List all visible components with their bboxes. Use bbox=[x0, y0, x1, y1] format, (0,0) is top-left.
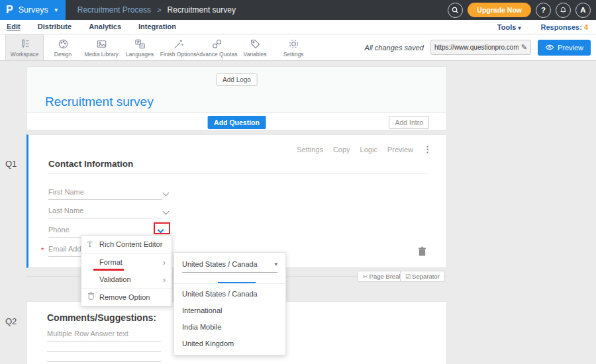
gear-icon bbox=[287, 38, 300, 50]
toolbar-item-variables[interactable]: Variables bbox=[236, 34, 274, 60]
toolbar-item-label: Workspace bbox=[11, 51, 38, 58]
menu-item-remove-option[interactable]: Remove Option bbox=[81, 289, 172, 306]
toolbar-item-media-library[interactable]: Media Library bbox=[82, 34, 121, 60]
nav-right: Tools ▾ Responses: 4 bbox=[497, 23, 589, 31]
add-question-button[interactable]: Add Question bbox=[207, 116, 266, 129]
toolbar-item-label: Media Library bbox=[84, 51, 119, 58]
survey-url-field[interactable]: https://www.questionpro.com/t/APNrFZ ✎ bbox=[430, 40, 531, 55]
question-preview-link[interactable]: Preview bbox=[387, 146, 413, 154]
format-option-united-kingdom[interactable]: United Kingdom bbox=[174, 336, 285, 352]
preview-button[interactable]: Preview bbox=[538, 40, 591, 56]
breadcrumb-current: Recruitment survey bbox=[168, 5, 236, 15]
required-asterisk: * bbox=[41, 246, 44, 254]
toolbar-item-settings[interactable]: Settings bbox=[274, 34, 313, 60]
nav-tabs: Edit Distribute Analytics Integration bbox=[7, 23, 176, 31]
tab-analytics[interactable]: Analytics bbox=[89, 23, 121, 31]
answer-row-line[interactable] bbox=[47, 361, 161, 362]
trash-icon bbox=[418, 246, 426, 256]
toolbar-item-advance-quotas[interactable]: Advance Quotas bbox=[197, 34, 236, 60]
submenu-arrow-icon: › bbox=[163, 275, 166, 285]
questionpro-app: P Surveys ▼ Recruitment Process > Recrui… bbox=[0, 0, 596, 364]
surveys-product-menu[interactable]: P Surveys ▼ bbox=[0, 0, 66, 20]
question1-title[interactable]: Contact Information bbox=[48, 159, 133, 169]
edit-toolbar: Workspace Design Media Library A Languag… bbox=[0, 34, 596, 61]
toolbar-item-label: Languages bbox=[126, 51, 154, 58]
tab-edit[interactable]: Edit bbox=[7, 23, 21, 31]
multi-row-answer-field[interactable]: Multiple Row Answer text bbox=[47, 330, 161, 342]
submenu-accent-bar bbox=[218, 282, 256, 283]
survey-url-value: https://www.questionpro.com/t/APNrFZ bbox=[434, 44, 519, 51]
notifications-button[interactable] bbox=[556, 3, 571, 18]
format-select-dropdown[interactable]: United States / Canada ▾ bbox=[182, 260, 277, 273]
upgrade-now-button[interactable]: Upgrade Now bbox=[468, 3, 531, 17]
format-option-india-mobile[interactable]: India Mobile bbox=[174, 319, 285, 336]
avatar-initial: A bbox=[580, 6, 585, 14]
question1-title-divider bbox=[48, 173, 428, 174]
scissors-icon: ✂ bbox=[363, 273, 368, 280]
menu-item-format[interactable]: Format › bbox=[81, 253, 172, 271]
questionpro-logo: P bbox=[6, 5, 13, 15]
toolbar-item-design[interactable]: Design bbox=[44, 34, 82, 60]
responses-count: 4 bbox=[584, 23, 588, 31]
edit-url-icon[interactable]: ✎ bbox=[521, 43, 527, 52]
preview-label: Preview bbox=[558, 44, 583, 52]
question-mark-icon: ? bbox=[541, 6, 546, 14]
image-icon bbox=[95, 38, 108, 50]
submenu-divider bbox=[174, 283, 285, 284]
toolbar-right: All changes saved https://www.questionpr… bbox=[365, 34, 596, 60]
palette-icon bbox=[57, 38, 70, 50]
product-name: Surveys bbox=[19, 5, 48, 15]
menu-item-label: Rich Content Editor bbox=[99, 240, 166, 248]
delete-question-button[interactable] bbox=[418, 246, 426, 259]
responses-link[interactable]: Responses: 4 bbox=[540, 23, 588, 31]
eye-icon bbox=[545, 44, 554, 50]
question2-title[interactable]: Comments/Suggestions: bbox=[47, 312, 156, 323]
toolbar-item-finish-options[interactable]: Finish Options bbox=[159, 34, 197, 60]
search-button[interactable] bbox=[448, 3, 463, 18]
help-button[interactable]: ? bbox=[536, 3, 551, 18]
format-submenu-panel: United States / Canada ▾ United States /… bbox=[174, 252, 286, 355]
question-settings-link[interactable]: Settings bbox=[297, 146, 323, 154]
question-logic-link[interactable]: Logic bbox=[360, 146, 377, 154]
more-options-icon[interactable]: ⋮ bbox=[423, 144, 432, 154]
toolbar-item-languages[interactable]: A Languages bbox=[121, 34, 159, 60]
answer-row-line[interactable] bbox=[47, 351, 161, 352]
add-logo-button[interactable]: Add Logo bbox=[216, 73, 258, 86]
menu-item-validation[interactable]: Validation › bbox=[81, 271, 172, 288]
separator-button[interactable]: ☑Separator bbox=[400, 271, 445, 282]
breadcrumb: Recruitment Process > Recruitment survey bbox=[77, 5, 236, 15]
header-actions: Upgrade Now ? A bbox=[448, 3, 596, 18]
menu-item-rich-content-editor[interactable]: T Rich Content Editor bbox=[81, 236, 172, 253]
account-avatar[interactable]: A bbox=[575, 3, 591, 18]
tab-distribute[interactable]: Distribute bbox=[38, 23, 72, 31]
breadcrumb-parent-link[interactable]: Recruitment Process bbox=[77, 5, 151, 15]
format-selected-value: United States / Canada bbox=[182, 260, 258, 268]
text-format-icon: T bbox=[87, 240, 99, 250]
tab-integration[interactable]: Integration bbox=[138, 23, 176, 31]
search-icon bbox=[451, 6, 460, 15]
bell-icon bbox=[559, 6, 568, 15]
chevron-down-icon[interactable] bbox=[163, 208, 170, 215]
format-option-international[interactable]: International bbox=[174, 302, 285, 319]
row-options-context-menu: T Rich Content Editor Format › Validatio… bbox=[81, 235, 172, 306]
tools-menu[interactable]: Tools ▾ bbox=[497, 23, 521, 31]
tools-label: Tools bbox=[497, 23, 517, 31]
question1-actions: Settings Copy Logic Preview ⋮ bbox=[297, 144, 432, 154]
toolbar-item-label: Finish Options bbox=[160, 51, 196, 58]
toolbar-item-workspace[interactable]: Workspace bbox=[5, 34, 44, 60]
caret-down-icon: ▾ bbox=[274, 261, 277, 267]
survey-title[interactable]: Recruitment survey bbox=[45, 95, 154, 109]
submenu-arrow-icon: › bbox=[163, 257, 166, 267]
question-copy-link[interactable]: Copy bbox=[333, 146, 350, 154]
format-option-us-canada[interactable]: United States / Canada bbox=[174, 286, 285, 302]
field-last-name[interactable]: Last Name bbox=[48, 206, 162, 218]
quota-links-icon bbox=[211, 38, 223, 50]
chevron-down-icon[interactable] bbox=[163, 190, 170, 197]
add-intro-button[interactable]: Add Intro bbox=[389, 116, 429, 129]
workspace-icon bbox=[19, 38, 31, 50]
save-status: All changes saved bbox=[365, 44, 424, 52]
field-first-name[interactable]: First Name bbox=[48, 188, 162, 200]
checkbox-icon: ☑ bbox=[405, 273, 411, 280]
question1-label: Q1 bbox=[5, 159, 17, 169]
breadcrumb-separator: > bbox=[157, 6, 161, 14]
